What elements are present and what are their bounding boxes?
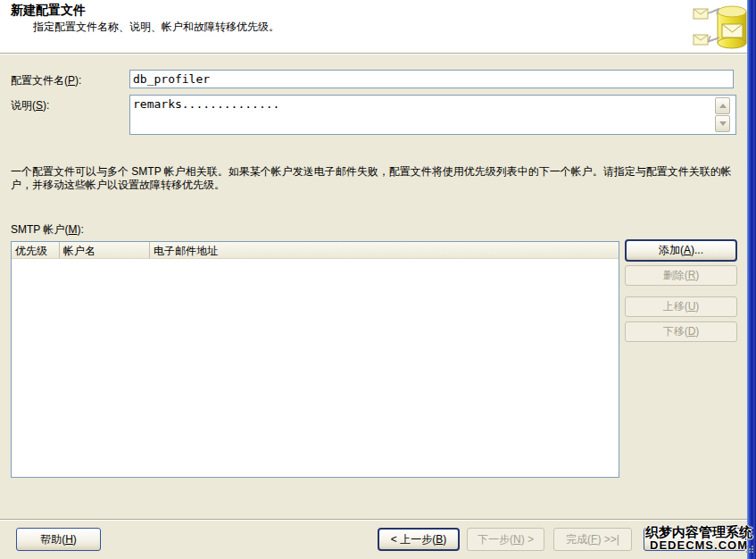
add-button[interactable]: 添加(A)... [625,239,737,262]
profile-name-label: 配置文件名(P): [11,73,81,88]
finish-button[interactable]: 完成(F) >>| [553,528,632,551]
list-header: 优先级 帐户名 电子邮件地址 [12,242,619,259]
resize-grip[interactable] [746,546,755,555]
scroll-down-button[interactable] [715,115,730,132]
database-mail-icon [693,2,748,52]
cancel-button[interactable] [644,528,746,551]
wizard-header: 新建配置文件 指定配置文件名称、说明、帐户和故障转移优先级。 [0,0,756,53]
help-button[interactable]: 帮助(H) [16,528,101,551]
header-divider [0,53,756,54]
info-text: 一个配置文件可以与多个 SMTP 帐户相关联。如果某个帐户发送电子邮件失败，配置… [11,165,744,192]
move-down-button[interactable]: 下移(D) [625,321,737,342]
up-arrow-icon [719,104,727,108]
scroll-up-button[interactable] [715,97,730,114]
description-textarea[interactable]: remarks.............. [129,95,736,135]
window-edge-stripe [747,0,756,559]
move-up-button[interactable]: 上移(U) [625,296,737,317]
description-scrollbar [715,97,730,133]
smtp-accounts-list[interactable]: 优先级 帐户名 电子邮件地址 [11,241,619,478]
wizard-dialog: 新建配置文件 指定配置文件名称、说明、帐户和故障转移优先级。 [0,0,756,559]
description-label: 说明(S): [11,98,49,113]
column-header-account[interactable]: 帐户名 [60,242,150,258]
back-button[interactable]: < 上一步(B) [378,528,460,551]
smtp-accounts-label: SMTP 帐户(M): [11,222,84,238]
next-button[interactable]: 下一步(N) > [467,528,544,551]
page-title: 新建配置文件 [11,3,86,19]
column-header-email[interactable]: 电子邮件地址 [150,242,619,258]
footer-divider [0,519,756,521]
column-header-priority[interactable]: 优先级 [12,242,60,258]
down-arrow-icon [719,121,727,126]
page-subtitle: 指定配置文件名称、说明、帐户和故障转移优先级。 [33,20,279,35]
profile-name-input[interactable] [129,70,734,88]
remove-button[interactable]: 删除(R) [625,265,737,286]
